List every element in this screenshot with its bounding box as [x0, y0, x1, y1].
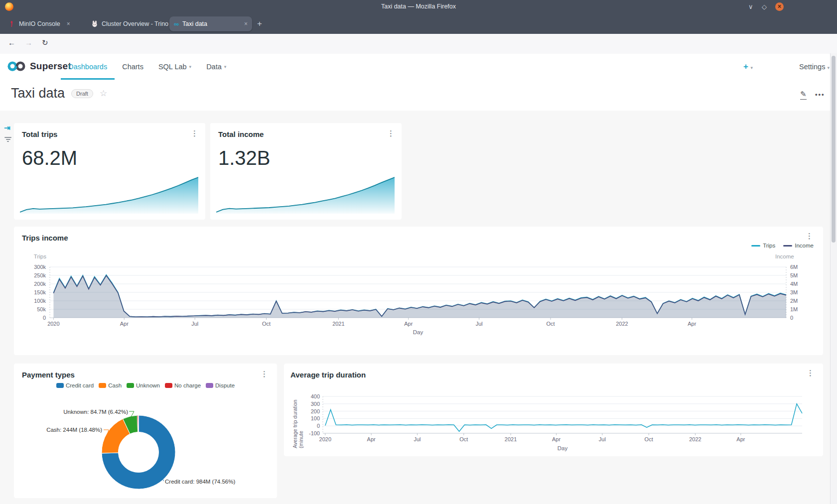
x-tick-label: 2021 [332, 321, 344, 327]
x-tick-label: Oct [645, 436, 653, 442]
nav-charts[interactable]: Charts [115, 54, 151, 80]
chart-title: Total income [218, 130, 264, 138]
dashboard-title: Taxi data [11, 86, 65, 101]
y-tick-label: 50k [24, 306, 46, 312]
x-tick-label: 2022 [689, 436, 701, 442]
nav-sql-lab[interactable]: SQL Lab▾ [151, 54, 199, 80]
avg-trip-duration-card: Average trip duration ⋮ Average trip dur… [284, 364, 823, 456]
y-tick-label: 200 [301, 408, 320, 414]
y-tick-label: 250k [24, 272, 46, 278]
x-tick-label: Oct [262, 321, 271, 327]
total-income-card: Total income ⋮ 1.32B [210, 123, 402, 220]
y-tick-label: 1M [790, 306, 810, 312]
x-tick-label: 2020 [47, 321, 59, 327]
nav-label: Data [206, 63, 222, 71]
pie-label-credit-card: Credit card: 984M (74.56%) [165, 479, 235, 485]
sparkline-chart [216, 176, 395, 214]
dashboard-canvas: ⇥ Total trips ⋮ 68.2M Total income ⋮ 1.3… [0, 111, 837, 504]
y-tick-label: 400 [301, 393, 320, 399]
chevron-down-icon: ▾ [827, 65, 830, 70]
y-tick-label: 5M [790, 272, 810, 278]
y-tick-label: -100 [301, 430, 320, 436]
forward-icon[interactable]: → [25, 38, 32, 47]
nav-label: Dashboards [68, 63, 107, 71]
tab-label: Cluster Overview - Trino [102, 20, 168, 27]
big-number-value: 68.2M [22, 147, 77, 169]
filter-icon[interactable] [4, 137, 11, 143]
reload-icon[interactable]: ↻ [42, 38, 48, 47]
expand-filter-bar-icon[interactable]: ⇥ [4, 124, 10, 132]
pie-label-cash: Cash: 244M (18.48%) [17, 427, 102, 433]
window-close-button[interactable]: × [775, 2, 784, 11]
nav-label: Charts [122, 63, 143, 71]
pie-label-unknown: Unknown: 84.7M (6.42%) [43, 409, 128, 415]
nav-data[interactable]: Data▾ [199, 54, 234, 80]
scrollbar-thumb[interactable] [832, 56, 836, 243]
back-icon[interactable]: ← [8, 38, 15, 47]
chart-title: Total trips [22, 130, 57, 138]
settings-label: Settings [799, 63, 825, 71]
trino-icon [91, 20, 98, 27]
status-badge: Draft [71, 89, 93, 98]
favorite-star-icon[interactable]: ☆ [100, 88, 107, 99]
x-tick-label: Jul [476, 321, 483, 327]
plus-icon: + [743, 62, 748, 71]
x-tick-label: Apr [120, 321, 129, 327]
x-axis-title: Day [558, 445, 567, 451]
tab-cluster-overview-trino[interactable]: Cluster Overview - Trino × [87, 16, 183, 31]
y-tick-label: 200k [24, 281, 46, 287]
settings-menu[interactable]: Settings ▾ [799, 63, 830, 71]
x-tick-label: 2021 [505, 436, 517, 442]
tab-label: MinIO Console [19, 20, 60, 27]
new-item-button[interactable]: + ▾ [743, 62, 753, 72]
tab-label: Taxi data [182, 20, 207, 27]
y-tick-label: 150k [24, 289, 46, 295]
y-tick-label: 3M [790, 289, 810, 295]
x-tick-label: Apr [736, 436, 745, 442]
window-title: Taxi data — Mozilla Firefox [0, 3, 837, 10]
payment-types-card: Payment types ⋮ Credit cardCashUnknownNo… [14, 364, 277, 498]
y-tick-label: 2M [790, 298, 810, 304]
tab-close-icon[interactable]: × [67, 20, 70, 27]
x-tick-label: Oct [459, 436, 468, 442]
x-tick-label: Apr [367, 436, 376, 442]
tab-taxi-data[interactable]: ∞ Taxi data × [169, 16, 252, 31]
sparkline-chart [20, 176, 198, 214]
superset-header: Superset Dashboards Charts SQL Lab▾ Data… [0, 54, 837, 80]
trips-income-chart [14, 227, 823, 355]
new-tab-button[interactable]: + [257, 19, 262, 29]
x-tick-label: 2020 [319, 436, 331, 442]
window-maximize-button[interactable]: ◇ [762, 2, 767, 11]
main-nav: Dashboards Charts SQL Lab▾ Data▾ [61, 54, 234, 80]
x-tick-label: Apr [552, 436, 560, 442]
window-minimize-button[interactable]: ∨ [748, 2, 753, 11]
y-tick-label: 300 [301, 401, 320, 407]
x-tick-label: Jul [191, 321, 198, 327]
x-tick-label: Apr [688, 321, 696, 327]
y-tick-label: 300k [24, 264, 46, 270]
kebab-menu-icon[interactable]: ⋮ [387, 129, 395, 138]
browser-toolbar: ← → ↻ 172.18.0.4:32295/superset/dashboar… [0, 34, 837, 54]
edit-dashboard-icon[interactable]: ✎ [800, 90, 807, 100]
window-titlebar: Taxi data — Mozilla Firefox ∨ ◇ × [0, 0, 837, 14]
total-trips-card: Total trips ⋮ 68.2M [14, 123, 205, 220]
tab-close-icon[interactable]: × [244, 20, 248, 27]
chevron-down-icon: ▾ [750, 65, 753, 70]
x-tick-label: Jul [414, 436, 420, 442]
chevron-down-icon: ▾ [189, 64, 192, 69]
x-tick-label: Oct [546, 321, 555, 327]
tab-bar: MinIO Console × Cluster Overview - Trino… [0, 14, 837, 34]
dashboard-title-row: Taxi data Draft ☆ ✎ ••• [0, 80, 837, 111]
more-options-icon[interactable]: ••• [815, 91, 825, 98]
nav-dashboards[interactable]: Dashboards [61, 54, 115, 80]
x-tick-label: Apr [404, 321, 413, 327]
chevron-down-icon: ▾ [224, 64, 227, 69]
big-number-value: 1.32B [218, 147, 271, 169]
superset-infinity-icon [7, 60, 26, 72]
tab-minio-console[interactable]: MinIO Console × [4, 16, 75, 31]
nav-label: SQL Lab [158, 63, 187, 71]
y-tick-label: 4M [790, 281, 810, 287]
trips-income-card: Trips income ⋮ TripsIncome Trips Income … [14, 227, 823, 355]
kebab-menu-icon[interactable]: ⋮ [191, 129, 198, 138]
y-tick-label: 0 [790, 315, 810, 321]
